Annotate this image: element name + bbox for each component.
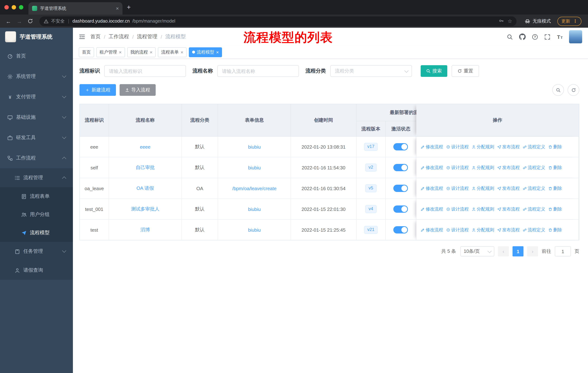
sidebar-item-home[interactable]: 首页	[0, 46, 73, 66]
action-design-link[interactable]: 设计流程	[446, 185, 469, 192]
close-icon[interactable]: ×	[216, 50, 219, 54]
action-design-link[interactable]: 设计流程	[446, 206, 469, 212]
reset-button[interactable]: 重置	[452, 65, 479, 77]
process-name-link[interactable]: 测试多审批人	[131, 206, 159, 212]
browser-tab[interactable]: 芋道管理系统 ×	[28, 2, 123, 15]
help-icon[interactable]: ?	[532, 34, 538, 40]
sidebar-item-process-form[interactable]: 流程表单	[0, 187, 73, 205]
form-info-link[interactable]: biubiu	[248, 144, 261, 150]
import-process-button[interactable]: 导入流程	[120, 84, 156, 96]
update-button[interactable]: 更新 ⋮	[557, 17, 581, 26]
action-publish-link[interactable]: 发布流程	[497, 144, 520, 150]
sidebar-item-process-mgmt[interactable]: 流程管理	[0, 168, 73, 187]
process-id-input[interactable]	[104, 65, 186, 77]
action-publish-link[interactable]: 发布流程	[497, 206, 520, 212]
tab-close-icon[interactable]: ×	[116, 6, 119, 11]
action-edit-link[interactable]: 修改流程	[420, 144, 443, 150]
active-toggle[interactable]	[393, 205, 408, 213]
process-name-input[interactable]	[217, 65, 299, 77]
active-toggle[interactable]	[393, 164, 408, 171]
page-size-select[interactable]: 10条/页	[460, 246, 494, 256]
action-define-link[interactable]: 流程定义	[523, 144, 545, 150]
action-delete-link[interactable]: 删除	[548, 206, 562, 212]
action-define-link[interactable]: 流程定义	[523, 164, 545, 171]
action-delete-link[interactable]: 删除	[548, 144, 562, 150]
active-toggle[interactable]	[393, 185, 408, 192]
action-assign-link[interactable]: 分配规则	[472, 185, 494, 192]
minimize-window-icon[interactable]	[12, 5, 16, 10]
action-edit-link[interactable]: 修改流程	[420, 185, 443, 192]
sidebar-item-user-group[interactable]: 用户分组	[0, 205, 73, 224]
refresh-table-button[interactable]	[567, 84, 579, 96]
action-define-link[interactable]: 流程定义	[523, 185, 545, 192]
password-key-icon[interactable]	[499, 18, 504, 24]
back-button[interactable]: ←	[4, 16, 13, 26]
collapse-sidebar-button[interactable]	[79, 33, 85, 40]
tag-my-process[interactable]: 我的流程×	[127, 47, 156, 57]
search-icon[interactable]	[507, 34, 513, 40]
prev-page-button[interactable]: ‹	[498, 246, 509, 256]
action-define-link[interactable]: 流程定义	[523, 206, 545, 212]
sidebar-item-workflow[interactable]: 工作流程	[0, 148, 73, 168]
goto-page-input[interactable]	[555, 246, 571, 256]
process-name-link[interactable]: 自己审批	[136, 164, 155, 171]
sidebar-item-infra[interactable]: 基础设施	[0, 107, 73, 128]
action-edit-link[interactable]: 修改流程	[420, 164, 443, 171]
action-assign-link[interactable]: 分配规则	[472, 144, 494, 150]
form-info-link[interactable]: biubiu	[248, 165, 261, 170]
breadcrumb-item[interactable]: 工作流程	[109, 33, 129, 40]
forward-button[interactable]: →	[15, 16, 24, 26]
bookmark-star-icon[interactable]: ☆	[508, 18, 512, 24]
font-size-icon[interactable]: TT	[557, 34, 563, 40]
action-assign-link[interactable]: 分配规则	[472, 206, 494, 212]
close-icon[interactable]: ×	[180, 50, 183, 54]
action-assign-link[interactable]: 分配规则	[472, 164, 494, 171]
sidebar-item-leave-query[interactable]: 请假查询	[0, 261, 73, 280]
maximize-window-icon[interactable]	[19, 5, 23, 10]
action-delete-link[interactable]: 删除	[548, 185, 562, 192]
active-toggle[interactable]	[393, 226, 408, 233]
action-publish-link[interactable]: 发布流程	[497, 227, 520, 233]
create-process-button[interactable]: ＋ 新建流程	[79, 84, 116, 96]
action-delete-link[interactable]: 删除	[548, 164, 562, 171]
process-name-link[interactable]: OA 请假	[136, 185, 154, 192]
action-design-link[interactable]: 设计流程	[446, 164, 469, 171]
action-publish-link[interactable]: 发布流程	[497, 164, 520, 171]
action-delete-link[interactable]: 删除	[548, 227, 562, 233]
close-icon[interactable]: ×	[150, 50, 152, 54]
action-assign-link[interactable]: 分配规则	[472, 227, 494, 233]
sidebar-item-payment[interactable]: ¥支付管理	[0, 87, 73, 107]
tag-process-model[interactable]: 流程模型×	[189, 47, 222, 57]
sidebar-item-system[interactable]: 系统管理	[0, 66, 73, 87]
action-design-link[interactable]: 设计流程	[446, 227, 469, 233]
sidebar-item-task-mgmt[interactable]: 任务管理	[0, 242, 73, 261]
fullscreen-icon[interactable]	[544, 34, 550, 40]
action-publish-link[interactable]: 发布流程	[497, 185, 520, 192]
breadcrumb-item[interactable]: 首页	[90, 33, 101, 40]
github-icon[interactable]	[519, 33, 526, 40]
breadcrumb-item[interactable]: 流程管理	[137, 33, 158, 40]
sidebar-item-devtools[interactable]: 研发工具	[0, 128, 73, 148]
close-icon[interactable]: ×	[119, 50, 122, 54]
browser-menu-icon[interactable]: ⋮	[573, 19, 578, 24]
close-window-icon[interactable]	[4, 5, 9, 10]
sidebar-item-process-model[interactable]: 流程模型	[0, 224, 73, 242]
form-info-link[interactable]: biubiu	[248, 206, 261, 212]
action-design-link[interactable]: 设计流程	[446, 144, 469, 150]
address-bar[interactable]: 不安全 | dashboard.yudao.iocoder.cn /bpm/ma…	[39, 16, 516, 26]
process-category-select[interactable]: 流程分类	[330, 65, 412, 77]
next-page-button[interactable]: ›	[527, 246, 538, 256]
tag-process-form[interactable]: 流程表单×	[158, 47, 187, 57]
tag-home[interactable]: 首页	[79, 47, 94, 57]
toggle-search-button[interactable]	[552, 84, 564, 96]
action-edit-link[interactable]: 修改流程	[420, 227, 443, 233]
form-info-link[interactable]: biubiu	[248, 227, 261, 232]
page-number-button[interactable]: 1	[513, 246, 524, 256]
action-edit-link[interactable]: 修改流程	[420, 206, 443, 212]
action-define-link[interactable]: 流程定义	[523, 227, 545, 233]
process-name-link[interactable]: 滔博	[140, 227, 150, 233]
form-info-link[interactable]: /bpm/oa/leave/create	[232, 186, 276, 191]
user-avatar[interactable]	[569, 30, 582, 43]
process-name-link[interactable]: eeee	[140, 144, 151, 150]
active-toggle[interactable]	[393, 143, 408, 151]
